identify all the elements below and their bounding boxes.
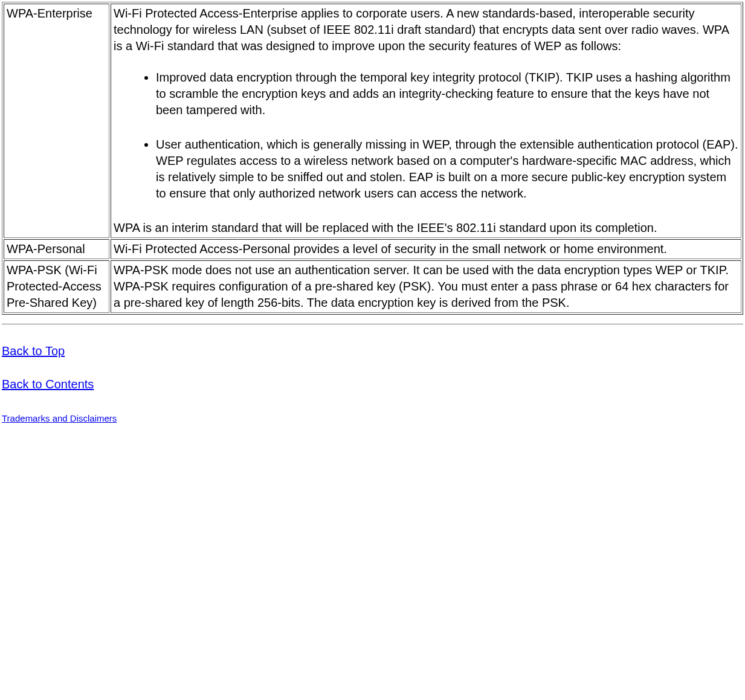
definition-cell: WPA-PSK mode does not use an authenticat… (111, 260, 741, 313)
table-row: WPA-PSK (Wi-Fi Protected-Access Pre-Shar… (4, 260, 741, 313)
list-item: Improved data encryption through the tem… (156, 69, 738, 118)
definition-cell: Wi-Fi Protected Access-Enterprise applie… (111, 4, 741, 238)
glossary-table: WPA-Enterprise Wi-Fi Protected Access-En… (2, 2, 743, 315)
nav-links: Back to Top Back to Contents Trademarks … (2, 343, 743, 426)
term-cell: WPA-Enterprise (4, 4, 109, 238)
term-cell: WPA-Personal (4, 239, 109, 259)
definition-cell: Wi-Fi Protected Access-Personal provides… (111, 239, 741, 259)
trademarks-link[interactable]: Trademarks and Disclaimers (2, 413, 117, 423)
back-to-top-link[interactable]: Back to Top (2, 343, 65, 359)
divider (2, 324, 743, 325)
table-row: WPA-Personal Wi-Fi Protected Access-Pers… (4, 239, 741, 259)
list-item: User authentication, which is generally … (156, 136, 738, 202)
term-cell: WPA-PSK (Wi-Fi Protected-Access Pre-Shar… (4, 260, 109, 313)
definition-bullets: Improved data encryption through the tem… (114, 69, 738, 202)
definition-intro: Wi-Fi Protected Access-Enterprise applie… (114, 7, 729, 53)
definition-outro: WPA is an interim standard that will be … (114, 221, 657, 234)
back-to-contents-link[interactable]: Back to Contents (2, 376, 94, 393)
table-row: WPA-Enterprise Wi-Fi Protected Access-En… (4, 4, 741, 238)
